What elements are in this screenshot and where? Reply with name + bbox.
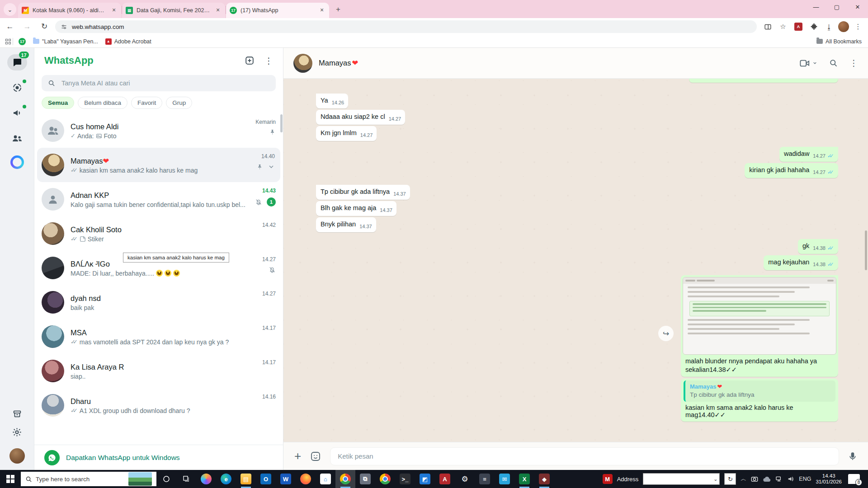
image-attachment[interactable] [683,277,836,355]
taskbar-excel[interactable]: X [514,470,534,488]
settings-gear-icon[interactable] [7,424,27,440]
sticker-picker-icon[interactable] [310,451,321,462]
taskbar-chrome[interactable] [375,470,395,488]
meta-ai-icon[interactable] [10,155,24,169]
chat-row-cak-kholil-soto[interactable]: Cak Kholil Soto ✓✓ Stiker 14.42 [34,216,283,251]
browser-menu-icon[interactable]: ⋮ [852,20,864,33]
menu-kebab-icon[interactable]: ⋮ [264,56,273,66]
tab-gmail[interactable]: M Kotak Masuk (9.060) - aldiswbt × [18,3,121,18]
taskbar-terminal[interactable]: >_ [395,470,415,488]
taskbar-clock[interactable]: 14.4331/01/2026 [816,473,842,485]
filter-belum-dibaca[interactable]: Belum dibaca [78,97,127,109]
taskbar-file-explorer[interactable]: ▤ [236,470,256,488]
video-call-icon[interactable] [800,59,817,67]
tab-close-icon[interactable]: × [110,7,118,14]
incoming-message[interactable]: Bnyk pilihan14.37 [316,217,376,232]
chat-row-mamayas[interactable]: Mamayas❤ ✓✓ kasian km sama anak2 kalo ha… [37,148,280,182]
extensions-puzzle-icon[interactable] [807,20,820,33]
chat-row-adnan-kkp[interactable]: Adnan KKP Kalo gaji sama tukin bener con… [34,182,283,216]
taskbar-store[interactable]: ⌂ [316,470,335,488]
chats-nav-icon[interactable]: 17 [7,54,27,70]
camera-tray-icon[interactable] [751,476,758,482]
new-chat-icon[interactable] [245,56,255,66]
taskbar-outlook[interactable]: O [256,470,276,488]
mcafee-icon[interactable]: M [603,474,613,484]
message-input[interactable]: Ketik pesan [330,447,839,465]
downloads-icon[interactable]: ⭳ [823,20,835,33]
hidden-icons-chevron[interactable]: ︿ [741,475,746,483]
extension-adobe-icon[interactable]: A [792,20,805,33]
maximize-button[interactable]: ▢ [826,0,847,15]
taskbar-settings[interactable]: ⚙ [455,470,475,488]
outgoing-message[interactable]: wadidaw14.27✓✓ [779,147,838,162]
profile-avatar[interactable] [9,448,25,464]
taskbar-word[interactable]: W [276,470,296,488]
taskbar-firefox[interactable] [296,470,316,488]
archived-chats-icon[interactable] [7,406,27,422]
incoming-message[interactable]: Blh gak ke mag aja14.37 [316,201,396,216]
notification-center-icon[interactable]: 8 [848,474,860,484]
taskbar-notepad[interactable]: ≡ [475,470,495,488]
chat-row-dyah-nsd[interactable]: dyah nsd baik pak 14.27 [34,285,283,319]
tab-close-icon[interactable]: × [214,7,222,14]
communities-nav-icon[interactable] [7,130,27,146]
messages-scrollbar[interactable] [865,230,867,270]
taskbar-app-maroon[interactable]: ◆ [534,470,554,488]
taskbar-extension-app[interactable]: ⧉ [355,470,375,488]
tab-close-icon[interactable]: × [318,7,326,14]
forward-message-icon[interactable]: ↪ [658,326,674,341]
address-go-button[interactable]: ↻ [724,473,736,485]
minimize-button[interactable]: — [806,0,826,15]
taskbar-mail[interactable]: ✉ [495,470,514,488]
taskbar-edge[interactable]: e [216,470,236,488]
conversation-header[interactable]: Mamayas❤ ⋮ [283,48,868,79]
all-bookmarks-button[interactable]: All Bookmarks [816,38,868,45]
mic-icon[interactable] [848,451,857,461]
incoming-message[interactable]: Tp cibibur gk ada liftnya14.37 [316,185,410,200]
tab-search-button[interactable]: ⌄ [4,3,16,16]
filter-grup[interactable]: Grup [166,97,192,109]
search-highlight-image[interactable] [128,472,152,486]
filter-favorit[interactable]: Favorit [131,97,162,109]
site-settings-icon[interactable] [61,23,67,30]
attach-plus-icon[interactable]: + [294,449,301,463]
bookmark-laba-yayasan[interactable]: "Laba" Yayasan Pen... [29,36,102,47]
back-button[interactable]: ← [3,19,17,34]
apps-grid-icon[interactable] [5,39,11,44]
cortana-button[interactable] [156,470,176,488]
taskbar-photos[interactable]: ◩ [415,470,435,488]
outgoing-message[interactable]: gk14.38✓✓ [798,239,838,254]
outgoing-message[interactable]: kirian gk jadi hahaha14.27✓✓ [745,163,838,178]
onedrive-tray-icon[interactable] [763,476,771,482]
reload-button[interactable]: ↻ [37,19,52,34]
profile-avatar[interactable] [838,21,849,32]
status-nav-icon[interactable] [7,80,27,96]
start-button[interactable] [0,470,21,488]
filter-semua[interactable]: Semua [42,97,74,109]
incoming-message[interactable]: Km jgn lmlm14.27 [316,126,377,141]
outgoing-image-message[interactable]: malah blunder nnya pendapat aku hahaha y… [681,275,838,377]
search-bar[interactable]: Tanya Meta AI atau cari [42,75,276,91]
network-tray-icon[interactable] [775,476,783,482]
chat-row-msa[interactable]: MSA ✓✓ mas vamotelli ada SPT 2024 dan la… [34,319,283,354]
address-toolbar-input[interactable]: ⌄ [643,473,720,485]
new-tab-button[interactable]: + [332,4,344,15]
close-window-button[interactable]: ✕ [847,0,868,15]
download-windows-banner[interactable]: Dapatkan WhatsApp untuk Windows [34,445,283,470]
taskbar-chrome-active[interactable] [335,470,355,488]
incoming-message[interactable]: Ndaaa aku siap2 ke cl14.27 [316,110,405,125]
tab-sheets[interactable]: ▦ Data Gaji, Komisi, Fee 2026.xlsx × [122,3,225,18]
taskbar-search[interactable]: Type here to search [21,472,156,486]
search-in-chat-icon[interactable] [829,59,838,67]
quoted-message[interactable]: Mamayas❤ Tp cibibur gk ada liftnya [684,380,835,402]
outgoing-message[interactable]: mag kejauhan14.38✓✓ [764,255,838,270]
address-bar[interactable]: web.whatsapp.com [55,20,757,33]
taskbar-acrobat[interactable]: A [435,470,455,488]
chat-row-dharu[interactable]: Dharu ✓✓ A1 XDL group udh di download dh… [34,388,283,422]
chat-row-ka-lisa-araya[interactable]: Ka Lisa Araya R siap.. 14.17 [34,354,283,388]
chat-menu-kebab-icon[interactable]: ⋮ [849,58,858,68]
split-screen-icon[interactable] [761,20,774,33]
bookmark-whatsapp[interactable]: 17 [15,36,29,47]
outgoing-reply-message[interactable]: Mamayas❤ Tp cibibur gk ada liftnya kasia… [681,379,838,422]
conversation-avatar[interactable] [293,54,312,73]
